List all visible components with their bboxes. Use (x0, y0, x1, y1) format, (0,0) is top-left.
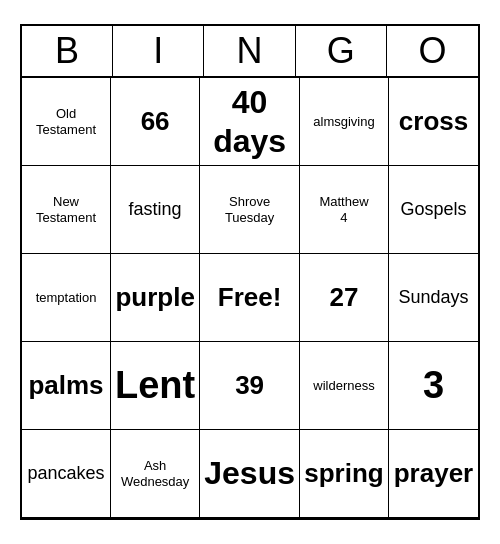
cell-text: 27 (330, 282, 359, 313)
bingo-cell: Lent (111, 342, 200, 430)
bingo-cell: palms (22, 342, 111, 430)
bingo-cell: cross (389, 78, 478, 166)
header-letter: G (296, 26, 387, 76)
cell-text: purple (115, 282, 194, 313)
cell-text: pancakes (27, 463, 104, 485)
bingo-grid: OldTestament6640daysalmsgivingcrossNewTe… (22, 78, 478, 518)
bingo-cell: wilderness (300, 342, 389, 430)
cell-text: prayer (394, 458, 474, 489)
cell-text: spring (304, 458, 383, 489)
bingo-cell: 39 (200, 342, 300, 430)
cell-text: Matthew4 (319, 194, 368, 225)
bingo-cell: temptation (22, 254, 111, 342)
bingo-cell: Gospels (389, 166, 478, 254)
bingo-cell: NewTestament (22, 166, 111, 254)
bingo-header: BINGO (22, 26, 478, 78)
bingo-cell: pancakes (22, 430, 111, 518)
bingo-cell: 66 (111, 78, 200, 166)
cell-text: Jesus (204, 454, 295, 492)
bingo-cell: Matthew4 (300, 166, 389, 254)
bingo-cell: OldTestament (22, 78, 111, 166)
cell-text: fasting (129, 199, 182, 221)
cell-text: 39 (235, 370, 264, 401)
bingo-cell: Free! (200, 254, 300, 342)
cell-text: AshWednesday (121, 458, 189, 489)
bingo-cell: Jesus (200, 430, 300, 518)
bingo-cell: 40days (200, 78, 300, 166)
bingo-cell: 27 (300, 254, 389, 342)
header-letter: O (387, 26, 478, 76)
bingo-card: BINGO OldTestament6640daysalmsgivingcros… (20, 24, 480, 520)
cell-text: Sundays (398, 287, 468, 309)
header-letter: N (204, 26, 295, 76)
bingo-cell: Sundays (389, 254, 478, 342)
cell-text: OldTestament (36, 106, 96, 137)
bingo-cell: fasting (111, 166, 200, 254)
header-letter: B (22, 26, 113, 76)
cell-text: ShroveTuesday (225, 194, 274, 225)
bingo-cell: 3 (389, 342, 478, 430)
cell-text: Free! (218, 282, 282, 313)
cell-text: wilderness (313, 378, 374, 394)
cell-text: Gospels (400, 199, 466, 221)
cell-text: Lent (115, 363, 195, 409)
bingo-cell: almsgiving (300, 78, 389, 166)
header-letter: I (113, 26, 204, 76)
cell-text: cross (399, 106, 468, 137)
cell-text: palms (28, 370, 103, 401)
cell-text: 40days (213, 83, 286, 160)
cell-text: NewTestament (36, 194, 96, 225)
bingo-cell: spring (300, 430, 389, 518)
bingo-cell: prayer (389, 430, 478, 518)
bingo-cell: purple (111, 254, 200, 342)
bingo-cell: ShroveTuesday (200, 166, 300, 254)
cell-text: 3 (423, 363, 444, 409)
bingo-cell: AshWednesday (111, 430, 200, 518)
cell-text: almsgiving (313, 114, 374, 130)
cell-text: temptation (36, 290, 97, 306)
cell-text: 66 (141, 106, 170, 137)
